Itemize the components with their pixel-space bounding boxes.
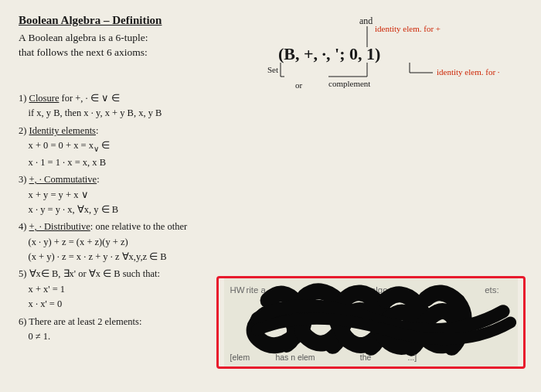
diagram-area: and identity elem. for + (B, +, ·, '; 0,… xyxy=(240,11,526,96)
axiom-2: 2) Identity elements: x + 0 = 0 + x = x∨… xyxy=(19,124,522,170)
svg-text:has n elem: has n elem xyxy=(276,353,315,362)
and-label: and xyxy=(359,15,373,26)
axiom-3-colon: : xyxy=(97,174,99,185)
axiom-6-text: 6) There are at least 2 elements: xyxy=(19,316,141,327)
complement-label: complement xyxy=(328,79,370,88)
axiom-5-sub2: x · x' = 0 xyxy=(19,298,62,309)
axiom-3-num: 3) xyxy=(19,174,29,185)
axiom-3-sub2: x · y = y · x, ∀x, y ∈ B xyxy=(19,204,118,215)
page: Boolean Algebra – Definition A Boolean a… xyxy=(0,0,541,392)
axiom-3-sub1: x + y = y + x ∨ xyxy=(19,189,89,200)
axiom-4-sub1: (x · y) + z = (x + z)(y + z) xyxy=(19,237,128,247)
axiom-4-num: 4) xyxy=(19,221,29,232)
or-label: or xyxy=(295,80,303,90)
axiom-1-text: for +, · ∈ ∨ ∈ xyxy=(59,93,120,104)
svg-text:the: the xyxy=(360,353,372,362)
identity-dot-label: identity elem. for · xyxy=(437,67,500,77)
hw-box: HW rite a... algo... ets: [elem has n el… xyxy=(216,276,526,369)
axiom-2-num: 2) xyxy=(19,125,29,136)
identity-plus-label: identity elem. for + xyxy=(375,24,441,33)
set-label: Set xyxy=(267,65,278,74)
axiom-4-text: : one relative to the other xyxy=(90,221,187,232)
svg-text:ets:: ets: xyxy=(485,285,498,295)
axiom-5-text: 5) ∀x∈ B, ∃x' or ∀x ∈ B such that: xyxy=(19,268,160,279)
axiom-3-label: +, · Commutative xyxy=(29,174,97,185)
diagram-svg: and identity elem. for + (B, +, ·, '; 0,… xyxy=(240,11,526,96)
axiom-2-label: Identity elements xyxy=(29,125,96,136)
tuple-text: (B, +, ·, '; 0, 1) xyxy=(278,44,380,63)
axiom-6-sub: 0 ≠ 1. xyxy=(19,331,50,342)
axiom-2-sub2: x · 1 = 1 · x = x, x B xyxy=(19,157,106,168)
axiom-1-sub: if x, y B, then x · y, x + y B, x, y B xyxy=(19,107,162,118)
hw-label: HW xyxy=(230,285,245,295)
svg-text:[elem: [elem xyxy=(230,353,250,362)
scribble-svg: HW rite a... algo... ets: [elem has n el… xyxy=(219,278,523,366)
axiom-3: 3) +, · Commutative: x + y = y + x ∨ x ·… xyxy=(19,172,522,217)
axiom-4-sub2: (x + y) · z = x · z + y · z ∀x,y,z ∈ B xyxy=(19,251,167,262)
axiom-2-colon: : xyxy=(96,125,98,136)
axiom-4: 4) +, · Distributive: one relative to th… xyxy=(19,220,522,264)
axiom-2-sub1: x + 0 = 0 + x = x∨ ∈ xyxy=(19,140,110,151)
axiom-5-sub1: x + x' = 1 xyxy=(19,284,65,295)
axiom-1-label: Closure xyxy=(29,93,60,104)
axiom-1-num: 1) xyxy=(19,93,29,104)
axiom-4-label: +, · Distributive xyxy=(29,221,90,232)
svg-text:...]: ...] xyxy=(408,353,417,362)
